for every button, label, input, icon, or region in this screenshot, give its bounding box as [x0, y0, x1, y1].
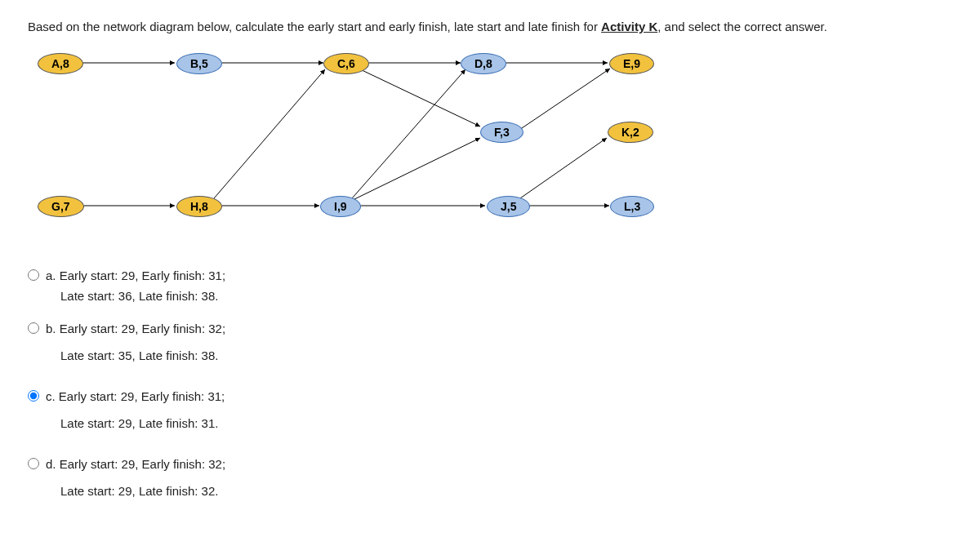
option-line2: Late start: 36, Late finish: 38. [60, 287, 225, 306]
question-activity: Activity K [601, 20, 657, 33]
node-J: J,5 [487, 196, 530, 217]
option-line1: Early start: 29, Early finish: 32; [60, 457, 225, 471]
question-post: , and select the correct answer. [657, 20, 827, 33]
svg-line-9 [352, 69, 466, 198]
radio-c[interactable] [28, 390, 39, 402]
option-a[interactable]: a. Early start: 29, Early finish: 31; La… [28, 267, 952, 305]
radio-d[interactable] [28, 458, 39, 469]
option-line1: Early start: 29, Early finish: 31; [60, 269, 225, 282]
option-letter: d. [46, 457, 56, 471]
option-line2: Late start: 29, Late finish: 31. [60, 415, 225, 433]
answer-options: a. Early start: 29, Early finish: 31; La… [28, 267, 952, 500]
svg-line-11 [353, 138, 480, 200]
option-letter: c. [46, 389, 56, 403]
node-F: F,3 [480, 122, 523, 143]
option-line2: Late start: 29, Late finish: 32. [60, 482, 225, 501]
node-K: K,2 [608, 122, 653, 143]
node-B: B,5 [176, 53, 222, 74]
question-prompt: Based on the network diagram below, calc… [28, 20, 952, 33]
option-letter: a. [46, 269, 56, 282]
option-b[interactable]: b. Early start: 29, Early finish: 32; La… [28, 320, 952, 365]
node-H: H,8 [176, 196, 222, 217]
option-d[interactable]: d. Early start: 29, Early finish: 32; La… [28, 455, 952, 500]
node-L: L,3 [610, 196, 654, 217]
node-G: G,7 [38, 196, 84, 217]
svg-line-12 [519, 69, 610, 130]
svg-line-13 [518, 138, 607, 200]
node-D: D,8 [461, 53, 506, 74]
question-pre: Based on the network diagram below, calc… [28, 20, 601, 33]
node-A: A,8 [38, 53, 83, 74]
diagram-edges [28, 47, 697, 242]
option-c[interactable]: c. Early start: 29, Early finish: 31; La… [28, 388, 952, 433]
node-E: E,9 [609, 53, 654, 74]
node-C: C,6 [323, 53, 369, 74]
option-line1: Early start: 29, Early finish: 32; [60, 322, 225, 335]
option-line1: Early start: 29, Early finish: 31; [59, 389, 225, 403]
node-I: I,9 [320, 196, 361, 217]
svg-line-8 [214, 69, 325, 198]
radio-a[interactable] [28, 269, 39, 281]
svg-line-10 [359, 69, 480, 127]
network-diagram: A,8 B,5 C,6 D,8 E,9 F,3 K,2 G,7 H,8 I,9 … [28, 47, 697, 242]
radio-b[interactable] [28, 322, 39, 334]
option-line2: Late start: 35, Late finish: 38. [60, 347, 225, 366]
option-letter: b. [46, 322, 56, 335]
